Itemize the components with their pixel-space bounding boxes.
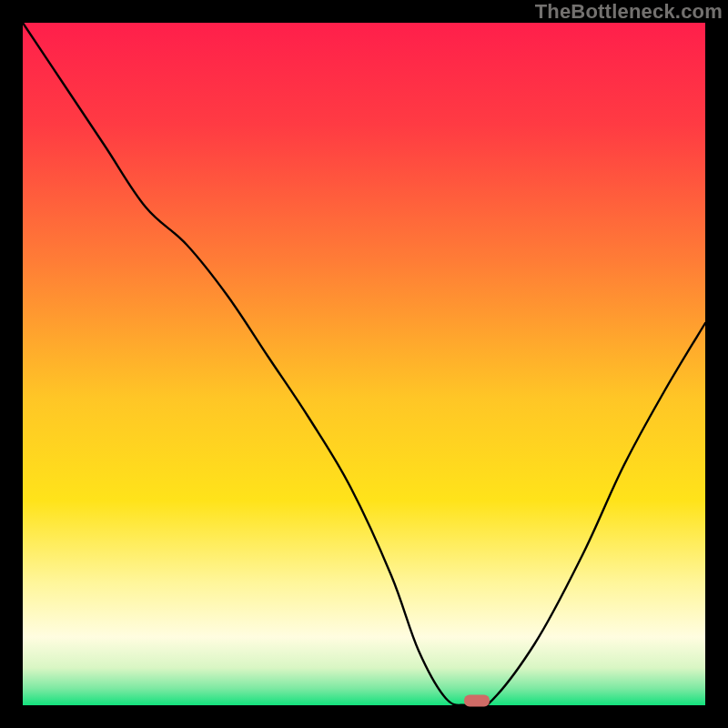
chart-frame: TheBottleneck.com bbox=[0, 0, 728, 728]
plot-svg bbox=[23, 23, 705, 705]
watermark-label: TheBottleneck.com bbox=[535, 0, 723, 24]
gradient-background bbox=[23, 23, 705, 705]
plot-area bbox=[23, 23, 705, 705]
minimum-marker bbox=[464, 694, 490, 706]
